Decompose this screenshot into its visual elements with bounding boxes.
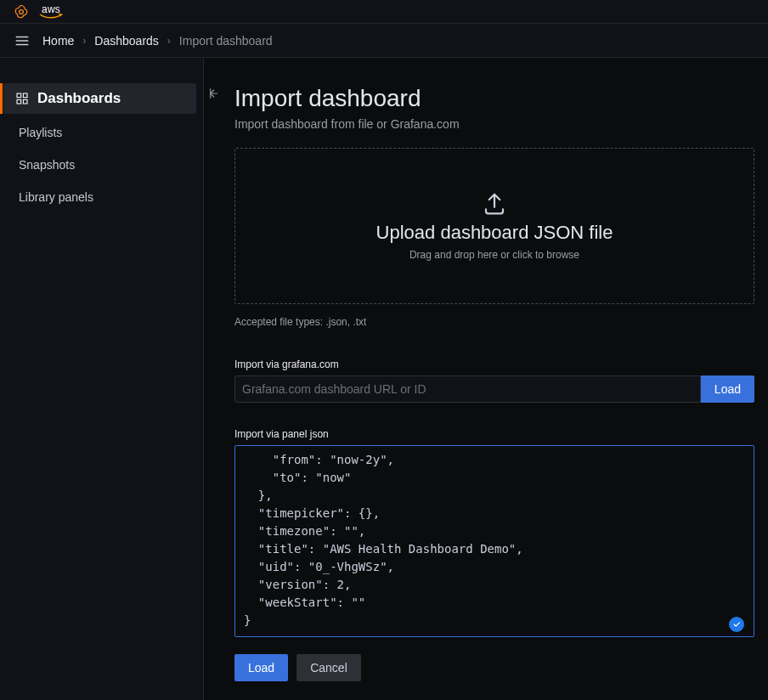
cancel-button[interactable]: Cancel bbox=[296, 654, 361, 681]
svg-rect-3 bbox=[17, 99, 21, 104]
upload-title: Upload dashboard JSON file bbox=[376, 222, 613, 244]
sidebar-item-label: Library panels bbox=[19, 190, 93, 204]
svg-point-0 bbox=[20, 9, 24, 14]
breadcrumb-current: Import dashboard bbox=[179, 34, 273, 48]
load-button[interactable]: Load bbox=[234, 654, 288, 681]
svg-rect-2 bbox=[23, 93, 27, 98]
sidebar-item-dashboards[interactable]: Dashboards bbox=[3, 83, 196, 114]
grafana-url-label: Import via grafana.com bbox=[234, 358, 754, 370]
dashboard-icon bbox=[15, 92, 29, 105]
sidebar: Dashboards Playlists Snapshots Library p… bbox=[0, 58, 204, 700]
grafana-url-input[interactable] bbox=[234, 375, 701, 403]
sidebar-item-library-panels[interactable]: Library panels bbox=[3, 183, 196, 211]
sidebar-item-label: Playlists bbox=[19, 126, 62, 139]
page-title: Import dashboard bbox=[234, 85, 754, 112]
breadcrumb-home[interactable]: Home bbox=[42, 34, 74, 48]
brand-bar: aws bbox=[0, 0, 768, 24]
grafana-url-load-button[interactable]: Load bbox=[701, 375, 754, 403]
svg-rect-1 bbox=[17, 93, 21, 98]
dock-left-icon bbox=[208, 87, 222, 100]
aws-swoosh-icon bbox=[39, 13, 63, 20]
breadcrumb-dashboards[interactable]: Dashboards bbox=[94, 34, 159, 48]
json-valid-badge bbox=[729, 617, 744, 632]
grafana-logo-icon bbox=[14, 4, 29, 20]
upload-dropzone[interactable]: Upload dashboard JSON file Drag and drop… bbox=[234, 148, 754, 304]
accepted-file-types: Accepted file types: .json, .txt bbox=[234, 316, 754, 328]
sidebar-item-label: Snapshots bbox=[19, 158, 75, 172]
sidebar-item-snapshots[interactable]: Snapshots bbox=[3, 151, 196, 178]
upload-hint: Drag and drop here or click to browse bbox=[409, 249, 579, 261]
breadcrumb-sep: › bbox=[167, 35, 171, 47]
hamburger-icon bbox=[14, 33, 30, 48]
svg-rect-4 bbox=[23, 99, 27, 104]
sidebar-item-playlists[interactable]: Playlists bbox=[3, 119, 196, 146]
page-subtitle: Import dashboard from file or Grafana.co… bbox=[234, 117, 754, 131]
upload-icon bbox=[482, 191, 507, 217]
aws-logo: aws bbox=[39, 4, 63, 20]
main-content: Import dashboard Import dashboard from f… bbox=[204, 58, 768, 700]
sidebar-item-label: Dashboards bbox=[37, 90, 121, 107]
panel-json-textarea[interactable] bbox=[234, 445, 754, 637]
menu-toggle-button[interactable] bbox=[10, 29, 34, 53]
check-circle-icon bbox=[732, 620, 741, 629]
breadcrumb-sep: › bbox=[82, 35, 86, 47]
breadcrumb-bar: Home › Dashboards › Import dashboard bbox=[0, 24, 768, 58]
sidebar-collapse-button[interactable] bbox=[205, 83, 225, 104]
panel-json-label: Import via panel json bbox=[234, 428, 754, 440]
